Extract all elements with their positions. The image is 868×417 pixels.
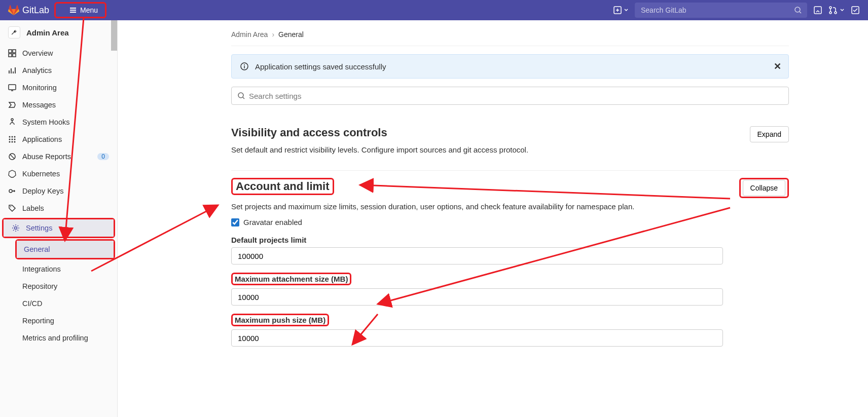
sidebar-item-label: Monitoring [22, 84, 57, 92]
wrench-icon [8, 26, 20, 39]
sidebar-item-kubernetes[interactable]: Kubernetes [0, 165, 117, 182]
sidebar-item-label: Settings [26, 224, 52, 232]
breadcrumb-parent[interactable]: Admin Area [231, 30, 268, 39]
sidebar-item-label: Applications [22, 135, 62, 143]
sidebar-item-analytics[interactable]: Analytics [0, 62, 117, 79]
highlight-general: General [15, 239, 115, 259]
hooks-icon [8, 118, 16, 126]
svg-point-13 [9, 136, 11, 138]
search-settings-input[interactable] [231, 87, 789, 105]
sidebar-item-label: Integrations [22, 265, 61, 273]
sidebar-sub-integrations[interactable]: Integrations [0, 260, 117, 278]
attachment-input[interactable] [231, 288, 723, 306]
create-new-button[interactable] [613, 6, 629, 14]
form-group-projects-limit: Default projects limit [231, 236, 789, 264]
sidebar-item-labels[interactable]: Labels [0, 200, 117, 217]
gitlab-logo[interactable]: GitLab [8, 5, 49, 16]
sidebar-sub-metrics[interactable]: Metrics and profiling [0, 329, 117, 347]
sidebar-scrollbar[interactable] [111, 20, 117, 51]
form-group-attachment: Maximum attachment size (MB) [231, 273, 789, 306]
svg-point-26 [15, 227, 17, 230]
sidebar-item-messages[interactable]: Messages [0, 96, 117, 113]
alert-message: Application settings saved successfully [255, 62, 386, 71]
sidebar-item-label: Labels [22, 204, 44, 212]
search-icon [237, 92, 245, 100]
menu-label: Menu [80, 6, 98, 14]
sidebar-item-settings[interactable]: Settings [4, 219, 114, 237]
sidebar-item-label: Repository [22, 282, 57, 290]
attachment-label: Maximum attachment size (MB) [235, 275, 348, 283]
sidebar-title: Admin Area [26, 28, 69, 37]
main-content: Admin Area › General Application setting… [118, 20, 868, 417]
svg-point-28 [244, 64, 245, 65]
sidebar-sub-general[interactable]: General [17, 241, 114, 258]
sidebar-item-deploy-keys[interactable]: Deploy Keys [0, 182, 117, 200]
alert-close-button[interactable]: ✕ [774, 61, 781, 72]
monitoring-icon [8, 84, 16, 92]
navbar-left: GitLab Menu [8, 2, 106, 18]
issues-icon[interactable] [813, 6, 822, 15]
visibility-desc: Set default and restrict visibility leve… [231, 145, 789, 154]
gravatar-check: Gravatar enabled [231, 218, 789, 226]
gear-icon [12, 224, 20, 232]
svg-point-25 [10, 206, 11, 207]
sidebar-sub-cicd[interactable]: CI/CD [0, 295, 117, 312]
highlight-collapse: Collapse [739, 178, 789, 198]
svg-point-29 [238, 93, 243, 98]
svg-point-12 [11, 119, 13, 121]
search-settings-wrap [231, 87, 789, 105]
menu-button[interactable]: Menu [64, 4, 103, 16]
sidebar-header: Admin Area [0, 20, 117, 45]
svg-point-1 [795, 7, 800, 12]
breadcrumb: Admin Area › General [231, 30, 789, 46]
sidebar-item-label: CI/CD [22, 299, 42, 308]
abuse-icon [8, 153, 16, 161]
sidebar-item-label: Kubernetes [22, 170, 60, 178]
highlight-attachment-label: Maximum attachment size (MB) [231, 273, 351, 285]
sidebar-item-label: Analytics [22, 66, 52, 74]
svg-point-15 [14, 136, 16, 138]
svg-rect-11 [9, 85, 16, 90]
svg-point-21 [14, 141, 16, 143]
deploykeys-icon [8, 187, 16, 195]
gitlab-icon [8, 5, 19, 16]
messages-icon [8, 101, 16, 109]
sidebar-sub-repository[interactable]: Repository [0, 278, 117, 295]
sidebar-item-overview[interactable]: Overview [0, 45, 117, 62]
sidebar-sub-reporting[interactable]: Reporting [0, 312, 117, 329]
expand-visibility-button[interactable]: Expand [750, 126, 789, 142]
sidebar-item-applications[interactable]: Applications [0, 131, 117, 148]
sidebar-item-abuse-reports[interactable]: Abuse Reports 0 [0, 148, 117, 165]
sidebar-item-system-hooks[interactable]: System Hooks [0, 113, 117, 131]
sidebar-item-monitoring[interactable]: Monitoring [0, 79, 117, 96]
collapse-account-button[interactable]: Collapse [743, 180, 785, 196]
gravatar-checkbox[interactable] [231, 218, 239, 226]
svg-point-16 [9, 139, 11, 140]
sidebar-item-label: General [24, 245, 50, 253]
top-navbar: GitLab Menu [0, 0, 868, 20]
global-search-wrap [635, 3, 807, 18]
navbar-right [613, 3, 860, 18]
svg-point-24 [9, 189, 12, 193]
search-icon [794, 6, 802, 14]
brand-text: GitLab [22, 5, 49, 16]
sidebar: Admin Area Overview Analytics Monitoring… [0, 20, 118, 417]
projects-limit-input[interactable] [231, 247, 723, 264]
chevron-down-icon [624, 8, 629, 13]
abuse-badge: 0 [97, 153, 109, 160]
push-input[interactable] [231, 329, 723, 347]
todos-icon[interactable] [851, 6, 860, 15]
svg-marker-23 [9, 170, 16, 177]
sidebar-item-label: Metrics and profiling [22, 334, 88, 342]
section-visibility: Visibility and access controls Expand Se… [231, 119, 789, 171]
form-group-push: Maximum push size (MB) [231, 314, 789, 347]
svg-point-20 [12, 141, 13, 143]
gravatar-label: Gravatar enabled [243, 218, 302, 226]
labels-icon [8, 204, 16, 212]
projects-limit-label: Default projects limit [231, 236, 789, 244]
svg-point-5 [835, 12, 837, 14]
plus-square-icon [613, 6, 622, 14]
merge-requests-button[interactable] [828, 6, 845, 15]
highlight-settings: Settings [2, 218, 115, 238]
global-search-input[interactable] [635, 3, 807, 18]
